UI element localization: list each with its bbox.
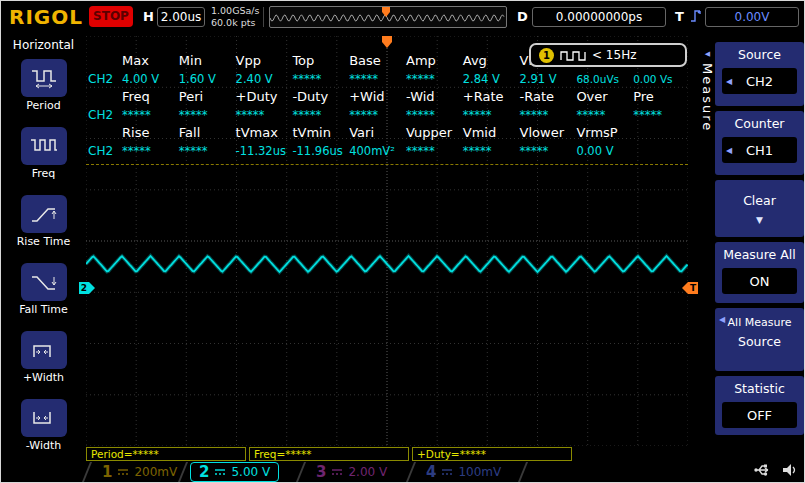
counter-value: < 15Hz bbox=[592, 48, 636, 62]
channel-number: 3 bbox=[316, 463, 326, 481]
left-arrow-icon: ◀ bbox=[726, 77, 732, 86]
measure-header-cell: +Rate bbox=[461, 88, 518, 106]
left-menu-item-fall-time[interactable]: Fall Time bbox=[1, 263, 86, 331]
waveform-overview-strip[interactable] bbox=[269, 6, 507, 28]
menu-all-measure-source[interactable]: ◀ All Measure Source bbox=[715, 308, 804, 371]
menu-statistic[interactable]: Statistic OFF bbox=[715, 376, 804, 435]
measure-value-cell: ***** bbox=[290, 70, 347, 88]
measure-value-cell: 68.0uVs bbox=[574, 70, 631, 88]
measure-channel-label: CH2 bbox=[86, 70, 120, 88]
measure-value-cell: ***** bbox=[120, 142, 177, 160]
left-menu-item-period[interactable]: Period bbox=[1, 59, 86, 127]
measure-value-cell: ***** bbox=[574, 106, 631, 124]
left-menu-item-label: Period bbox=[26, 99, 60, 112]
delay-label: D bbox=[517, 9, 528, 24]
trigger-position-marker[interactable] bbox=[381, 36, 393, 48]
left-menu-item-label: Rise Time bbox=[17, 235, 71, 248]
measure-value-cell: 400mV² bbox=[347, 142, 404, 160]
measure-value-cell: ***** bbox=[177, 142, 234, 160]
measure-value-cell: 1.60 V bbox=[177, 70, 234, 88]
left-menu-item-rise-time[interactable]: Rise Time bbox=[1, 195, 86, 263]
left-arrow-icon: ◀ bbox=[726, 146, 732, 155]
trigger-position-mini-icon bbox=[380, 7, 392, 17]
freq-icon bbox=[21, 127, 67, 165]
channel-separator bbox=[406, 462, 416, 482]
measure-value-cell: ***** bbox=[347, 70, 404, 88]
sample-rate-info: 1.00GSa/s 60.0k pts bbox=[211, 5, 260, 29]
measure-value-cell: ***** bbox=[631, 106, 688, 124]
channel-number: 4 bbox=[426, 463, 436, 481]
channel-scale: 200mV bbox=[134, 465, 177, 479]
channel-1-indicator[interactable]: 1200mV bbox=[94, 462, 185, 482]
measure-header-cell: Top bbox=[290, 52, 347, 70]
run-state-badge[interactable]: STOP bbox=[89, 6, 133, 27]
measure-value-cell: ***** bbox=[234, 106, 291, 124]
measure-value-cell: ***** bbox=[120, 106, 177, 124]
measure-header-cell: tVmin bbox=[290, 124, 347, 142]
menu-source[interactable]: Source ◀ CH2 bbox=[715, 42, 804, 106]
measure-value-cell: ***** bbox=[290, 106, 347, 124]
menu-measure-all[interactable]: Measure All ON bbox=[715, 242, 804, 303]
measure-header-cell: Vlower bbox=[518, 124, 575, 142]
trigger-level-value[interactable]: 0.00V bbox=[705, 7, 799, 27]
measure-header-cell: Vupper bbox=[404, 124, 461, 142]
menu-counter[interactable]: Counter ◀ CH1 bbox=[715, 111, 804, 175]
measure-value-cell: 0.00 Vs bbox=[631, 70, 688, 88]
delay-value[interactable]: 0.00000000ps bbox=[532, 7, 666, 27]
channel-4-indicator[interactable]: 4100mV bbox=[418, 462, 509, 482]
measure-value-cell: ***** bbox=[518, 142, 575, 160]
measure-header-cell: -Duty bbox=[290, 88, 347, 106]
measure-value-cell: ***** bbox=[404, 142, 461, 160]
measure-header-cell: Freq bbox=[120, 88, 177, 106]
measure-value-cell: ***** bbox=[404, 106, 461, 124]
-width-icon bbox=[21, 399, 67, 437]
measure-table: MaxMinVppTopBaseAmpAvgVrmsCH24.00 V1.60 … bbox=[86, 52, 688, 160]
left-menu-item--width[interactable]: +Width bbox=[1, 331, 86, 399]
channel-scale: 2.00 V bbox=[348, 465, 387, 479]
left-menu-item-label: -Width bbox=[26, 439, 61, 452]
measure-menu-tab[interactable]: ◀ Measure bbox=[701, 50, 714, 132]
channel-number: 2 bbox=[199, 463, 209, 481]
measure-readout-1: Period=***** bbox=[86, 447, 246, 461]
measure-header-cell: Max bbox=[120, 52, 177, 70]
measure-header-spacer bbox=[86, 124, 120, 142]
left-menu-item-label: Freq bbox=[32, 167, 56, 180]
waveform-display-area: MaxMinVppTopBaseAmpAvgVrmsCH24.00 V1.60 … bbox=[86, 36, 688, 446]
rigol-logo: RIGOL bbox=[9, 5, 83, 29]
measure-value-cell: ***** bbox=[404, 70, 461, 88]
measure-header-cell: +Wid bbox=[347, 88, 404, 106]
measure-header-cell: Amp bbox=[404, 52, 461, 70]
channel-3-indicator[interactable]: 32.00 V bbox=[308, 462, 395, 482]
measure-header-cell: tVmax bbox=[234, 124, 291, 142]
trigger-level-marker[interactable]: T bbox=[682, 282, 698, 294]
period-icon bbox=[21, 59, 67, 97]
channel-2-indicator[interactable]: 25.00 V bbox=[190, 462, 279, 482]
status-icons bbox=[753, 460, 803, 480]
measure-header-cell: Min bbox=[177, 52, 234, 70]
measure-header-cell: Peri bbox=[177, 88, 234, 106]
measure-value-cell: 2.91 V bbox=[518, 70, 575, 88]
channel-separator bbox=[296, 462, 306, 482]
usb-icon bbox=[753, 462, 773, 478]
left-menu-items: PeriodFreqRise TimeFall Time+Width-Width bbox=[1, 59, 86, 467]
timebase-value[interactable]: 2.00us bbox=[157, 7, 205, 27]
horizontal-label: H bbox=[143, 9, 154, 24]
measure-header-spacer bbox=[86, 88, 120, 106]
menu-clear[interactable]: Clear ▼ bbox=[715, 180, 804, 237]
measure-header-spacer bbox=[86, 52, 120, 70]
measure-header-cell: Vari bbox=[347, 124, 404, 142]
counter-channel-badge: 1 bbox=[539, 48, 554, 63]
ch2-offset-marker[interactable]: 2 bbox=[79, 282, 95, 294]
coupling-icon bbox=[117, 468, 129, 477]
trigger-edge-icon bbox=[689, 8, 703, 24]
measure-value-cell: ***** bbox=[518, 106, 575, 124]
measure-header-cell: -Wid bbox=[404, 88, 461, 106]
statistic-value-box: OFF bbox=[722, 402, 797, 428]
left-menu-item--width[interactable]: -Width bbox=[1, 399, 86, 467]
top-bar: RIGOL STOP H 2.00us 1.00GSa/s 60.0k pts … bbox=[1, 1, 804, 33]
measure-header-cell: Rise bbox=[120, 124, 177, 142]
measure-header-cell: Over bbox=[574, 88, 631, 106]
left-menu-item-freq[interactable]: Freq bbox=[1, 127, 86, 195]
left-menu-item-label: Fall Time bbox=[19, 303, 68, 316]
measure-header-cell: Base bbox=[347, 52, 404, 70]
